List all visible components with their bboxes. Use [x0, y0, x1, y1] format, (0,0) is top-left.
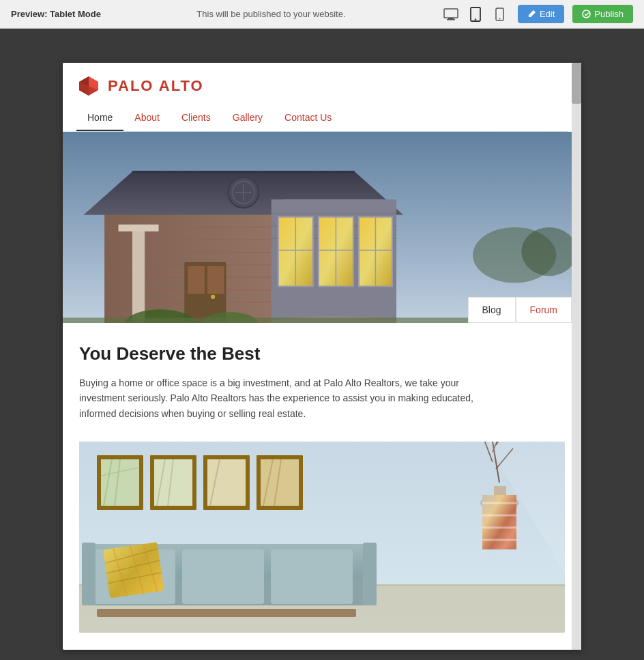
- svg-rect-2: [447, 19, 455, 20]
- svg-rect-79: [103, 542, 164, 598]
- dark-wrapper: PALO ALTO Home About Clients Gallery Con…: [0, 29, 644, 660]
- device-icons: [441, 5, 510, 24]
- nav-clients[interactable]: Clients: [171, 105, 222, 131]
- scrollbar-thumb[interactable]: [572, 63, 581, 104]
- svg-point-14: [521, 227, 577, 276]
- svg-rect-29: [132, 227, 145, 323]
- svg-rect-62: [154, 459, 192, 506]
- svg-rect-78: [363, 543, 377, 605]
- edit-button[interactable]: Edit: [518, 5, 564, 23]
- mobile-icon[interactable]: [491, 5, 510, 24]
- content-body: Buying a home or office space is a big i…: [79, 375, 488, 421]
- topbar: Preview: Tablet Mode This will be publis…: [0, 0, 644, 29]
- website-preview: PALO ALTO Home About Clients Gallery Con…: [63, 63, 581, 650]
- svg-rect-75: [182, 549, 264, 604]
- tablet-icon[interactable]: [466, 5, 485, 24]
- blog-forum-tabs: Blog Forum: [468, 297, 572, 323]
- nav-gallery[interactable]: Gallery: [222, 105, 274, 131]
- svg-rect-76: [271, 549, 353, 604]
- svg-point-7: [583, 10, 590, 18]
- svg-point-49: [211, 295, 215, 299]
- house-scene: [63, 132, 581, 323]
- nav-contact[interactable]: Contact Us: [274, 105, 342, 131]
- content-title: You Deserve the Best: [79, 343, 565, 364]
- svg-point-4: [475, 18, 476, 20]
- svg-rect-77: [82, 543, 96, 605]
- logo-text: PALO ALTO: [108, 77, 204, 95]
- svg-rect-1: [448, 18, 454, 19]
- tab-forum[interactable]: Forum: [516, 297, 572, 323]
- nav-about[interactable]: About: [123, 105, 171, 131]
- preview-label: Preview: Tablet Mode: [11, 9, 101, 19]
- scrollbar-track[interactable]: [572, 63, 581, 650]
- content-section: You Deserve the Best Buying a home or of…: [63, 323, 581, 435]
- tab-blog[interactable]: Blog: [468, 297, 516, 323]
- svg-rect-30: [119, 225, 159, 231]
- svg-rect-57: [101, 459, 139, 506]
- living-room-section: [79, 442, 565, 633]
- nav-home[interactable]: Home: [76, 105, 123, 131]
- publish-notice: This will be published to your website.: [109, 9, 433, 19]
- living-room-scene: [79, 442, 565, 633]
- site-header: PALO ALTO Home About Clients Gallery Con…: [63, 63, 581, 132]
- hero-area: Blog Forum: [63, 132, 581, 323]
- svg-point-6: [499, 18, 501, 19]
- svg-rect-0: [444, 9, 458, 18]
- site-logo: PALO ALTO: [76, 74, 568, 98]
- svg-rect-47: [188, 266, 204, 294]
- site-nav: Home About Clients Gallery Contact Us: [76, 105, 568, 132]
- svg-rect-66: [207, 459, 246, 506]
- desktop-icon[interactable]: [441, 5, 460, 24]
- svg-rect-100: [97, 609, 356, 617]
- svg-rect-48: [207, 266, 224, 294]
- publish-button[interactable]: Publish: [572, 5, 633, 23]
- logo-icon: [76, 74, 101, 98]
